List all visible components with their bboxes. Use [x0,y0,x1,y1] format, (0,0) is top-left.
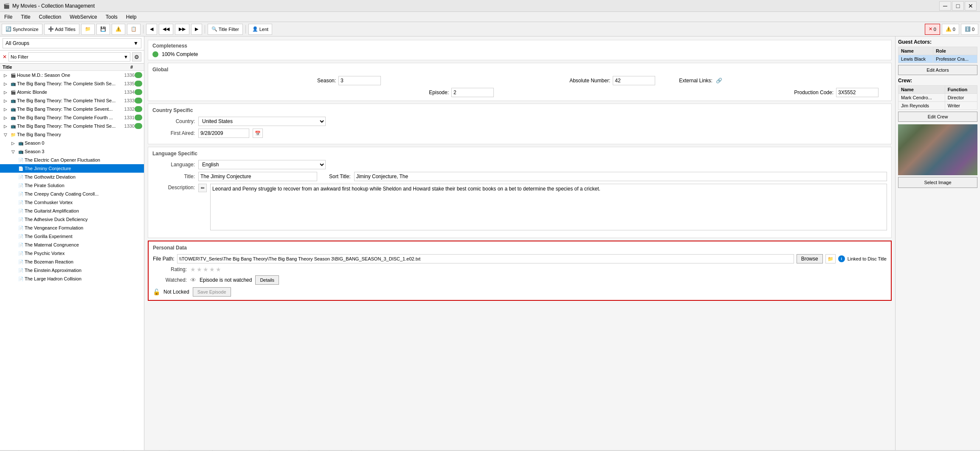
toolbar-icon2-button[interactable]: 💾 [96,24,110,35]
expand-icon: ▷ [2,72,9,78]
tree-item-ep11[interactable]: 📄 The Maternal Congruence [0,241,144,249]
country-select[interactable]: United States [198,117,326,126]
ep-title-label: Title: [152,174,195,179]
menu-tools[interactable]: Tools [101,13,122,21]
toolbar-icon6-button[interactable]: ◀◀ [159,24,173,35]
info-icon: ℹ️ [965,26,971,32]
description-textarea[interactable]: Leonard and Penny struggle to recover fr… [210,184,887,230]
close-button[interactable]: ✕ [965,1,977,11]
toolbar-icon4-button[interactable]: 📋 [127,24,141,35]
date-picker-button[interactable]: 📅 [253,129,263,138]
tree-item[interactable]: ▷ 📺 The Big Bang Theory: The Complete Th… [0,96,144,105]
icon1: 📁 [85,26,91,32]
episode-input[interactable] [451,88,494,97]
production-code-input[interactable] [836,88,879,97]
crew-row[interactable]: Jim Reynolds Writer [898,102,977,110]
maximize-button[interactable]: □ [952,1,964,11]
tree-item[interactable]: ▷ 📺 The Big Bang Theory: The Complete Th… [0,122,144,130]
tree-item-ep13[interactable]: 📄 The Bozeman Reaction [0,258,144,266]
tree-item-ep8[interactable]: 📄 The Adhesive Duck Deficiency [0,215,144,224]
desc-label: Description: [152,184,195,190]
global-title: Global [152,67,887,73]
tree-item-season0[interactable]: ▷ 📺 Season 0 [0,139,144,147]
edit-actors-button[interactable]: Edit Actors [898,65,977,75]
menu-collection[interactable]: Collection [35,13,66,21]
ep-title-input[interactable] [198,172,317,181]
ep-icon: 📄 [17,182,25,189]
tree-item-ep9[interactable]: 📄 The Vengeance Formulation [0,224,144,232]
ep-icon: 📄 [17,275,25,282]
not-watched-label: Episode is not watched [200,277,252,283]
toolbar-icon3-button[interactable]: ⚠️ [112,24,125,35]
external-links-icon[interactable]: 🔗 [716,78,722,84]
lent-button[interactable]: 👤 Lent [248,24,272,35]
actor-name: Lewis Black [898,55,933,63]
tree-item[interactable]: ▷ 📺 The Big Bang Theory: The Complete Se… [0,105,144,113]
status-dot [135,123,142,129]
tree-item[interactable]: ▷ 📺 The Big Bang Theory: The Complete Si… [0,79,144,88]
toolbar-icon8-button[interactable]: ▶ [191,24,202,35]
menu-file[interactable]: File [0,13,17,21]
season-input[interactable] [338,76,381,85]
minimize-button[interactable]: ─ [939,1,951,11]
error-button[interactable]: ✕ 0 [925,24,940,35]
group-selector[interactable]: All Groups ▼ [3,38,141,48]
sort-title-input[interactable] [354,172,887,181]
tree-item[interactable]: ▷ 🎬 House M.D.: Season One 1336 [0,71,144,79]
filepath-input[interactable] [177,254,794,263]
sync-button[interactable]: 🔄 Synchronize [2,24,42,35]
title-filter-button[interactable]: 🔍 Title Filter [208,24,243,35]
tree-item[interactable]: ▷ 📺 The Big Bang Theory: The Complete Fo… [0,113,144,122]
toolbar-icon7-button[interactable]: ▶▶ [175,24,189,35]
rating-stars[interactable]: ★★★★★ [190,266,222,273]
menu-webservice[interactable]: WebService [65,13,101,21]
menu-help[interactable]: Help [122,13,141,21]
language-label: Language: [152,162,195,168]
toolbar-icon5-button[interactable]: ◀ [146,24,157,35]
tree-item-ep10[interactable]: 📄 The Gorilla Experiment [0,232,144,241]
details-button[interactable]: Details [255,275,279,285]
tree-item-bbtheory[interactable]: ▽ 📁 The Big Bang Theory [0,130,144,139]
warning-button[interactable]: ⚠️ 0 [942,24,959,35]
status-dot [135,98,142,104]
toolbar-icon1-button[interactable]: 📁 [81,24,95,35]
crew-title: Crew: [898,78,977,84]
tree-item[interactable]: ▷ 🎬 Atomic Blonde 1334 [0,88,144,96]
tree-item-ep6[interactable]: 📄 The Cornhusker Vortex [0,198,144,207]
tree-item-ep3[interactable]: 📄 The Gothowitz Deviation [0,173,144,181]
global-section: Global Season: Absolute Number: External… [148,63,892,101]
crew-function: Writer [945,102,977,110]
menu-title[interactable]: Title [17,13,34,21]
crew-table: Name Function Mark Cendro... Director Ji… [898,85,977,110]
tree-item-season3[interactable]: ▽ 📺 Season 3 [0,147,144,156]
absolute-number-input[interactable] [613,76,655,85]
tree-item-ep2-selected[interactable]: 📄 The Jiminy Conjecture [0,164,144,173]
actor-row[interactable]: Lewis Black Professor Cra... [898,55,977,63]
thumbnail-section: Select Image [898,124,977,188]
filepath-icon-button[interactable]: 📁 [825,254,836,263]
info-button[interactable]: ℹ️ 0 [961,24,978,35]
filter-dropdown[interactable]: No Filter ▼ [8,52,130,62]
completeness-row: 100% Complete [152,51,887,57]
save-episode-button[interactable]: Save Episode [193,287,231,297]
tree-item-ep5[interactable]: 📄 The Creepy Candy Coating Coroll... [0,190,144,198]
tree-item-ep1[interactable]: 📄 The Electric Can Opener Fluctuation [0,156,144,164]
window-title: My Movies - Collection Management [12,3,95,9]
global-grid: Season: Absolute Number: External Links:… [152,76,887,85]
tree-item-ep4[interactable]: 📄 The Pirate Solution [0,181,144,190]
select-image-button[interactable]: Select Image [898,177,977,188]
tree-item-ep12[interactable]: 📄 The Psychic Vortex [0,249,144,258]
edit-crew-button[interactable]: Edit Crew [898,112,977,122]
country-title: Country Specific [152,107,887,113]
add-titles-button[interactable]: ➕ Add Titles [44,24,79,35]
side-info-panel: Guest Actors: Name Role Lewis Black Prof… [895,36,980,450]
crew-row[interactable]: Mark Cendro... Director [898,94,977,102]
filter-options-button[interactable]: ⚙ [132,52,141,62]
first-aired-input[interactable] [198,129,249,138]
browse-button[interactable]: Browse [797,254,823,263]
tree-item-ep7[interactable]: 📄 The Guitarist Amplification [0,207,144,215]
language-select[interactable]: English [198,160,326,169]
tree-item-ep14[interactable]: 📄 The Einstein Approximation [0,266,144,275]
edit-desc-button[interactable]: ✏ [198,184,207,192]
tree-item-ep15[interactable]: 📄 The Large Hadron Collision [0,275,144,283]
